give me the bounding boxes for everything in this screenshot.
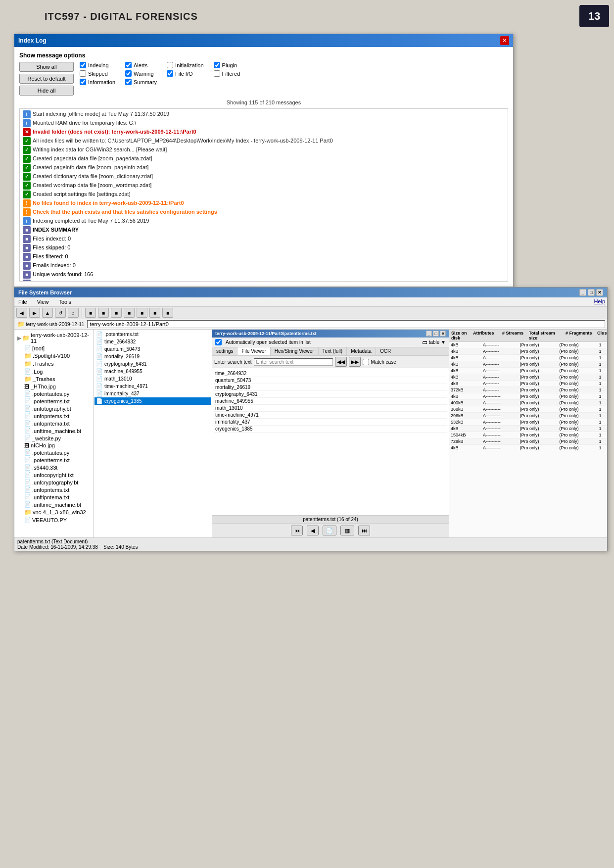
plugin-checkbox[interactable] <box>214 62 220 68</box>
warning-checkbox[interactable] <box>125 70 132 77</box>
list-item[interactable]: 📄 immortality_437 <box>94 390 211 397</box>
fs-tree-panel[interactable]: ▶ 📁 terry-work-usb-2009-12-11 📄 [root] 📁… <box>14 330 94 537</box>
list-item[interactable]: 📄 mortality_26619 <box>94 353 211 360</box>
fs-maximize-button[interactable]: □ <box>588 289 595 296</box>
cell-frags: 1 <box>597 406 607 413</box>
information-checkbox[interactable] <box>80 79 86 85</box>
list-item[interactable]: 📄 .potentterms.txt <box>94 331 211 338</box>
list-item[interactable]: 📄 quantum_50473 <box>94 345 211 353</box>
index-log-close-button[interactable]: ✕ <box>500 36 509 45</box>
tree-item[interactable]: 📁 _Trashes <box>23 375 91 383</box>
tree-item[interactable]: 🖼 nICHo.jpg <box>23 442 91 449</box>
tree-root[interactable]: ▶ 📁 terry-work-usb-2009-12-11 <box>16 332 91 344</box>
tree-item[interactable]: 📄 .unftime_machine.bt <box>23 427 91 434</box>
toolbar-btn-6[interactable]: ■ <box>149 308 160 318</box>
tree-file-icon: 📄 <box>24 390 31 397</box>
tree-item[interactable]: 📄 .unfcryptography.bt <box>23 479 91 486</box>
tree-item[interactable]: 📁 .Spotlight-V100 <box>23 352 91 360</box>
tab-metadata[interactable]: Metadata <box>347 347 376 355</box>
list-item[interactable]: 📄 math_13010 <box>94 375 211 383</box>
fs-close-button[interactable]: ✕ <box>596 289 603 296</box>
list-item[interactable]: 📄 cryptography_6431 <box>94 360 211 368</box>
tree-item[interactable]: 📁 vnc-4_1_3-x86_win32 <box>23 508 91 516</box>
nav-page-button[interactable]: 📄 <box>323 526 336 535</box>
skipped-checkbox[interactable] <box>80 70 86 77</box>
fs-minimize-button[interactable]: _ <box>579 289 586 296</box>
nav-grid-button[interactable]: ▦ <box>340 526 354 535</box>
tab-hex-viewer[interactable]: Hex/String Viewer <box>271 347 319 355</box>
tree-item[interactable]: 🖼 _HTho.jpg <box>23 383 91 390</box>
forward-button[interactable]: ▶ <box>29 308 40 318</box>
initialization-checkbox[interactable] <box>167 62 173 68</box>
refresh-button[interactable]: ↺ <box>55 308 66 318</box>
tree-item[interactable]: 📄 _website.py <box>23 434 91 442</box>
list-item[interactable]: 📄 machine_649955 <box>94 368 211 375</box>
tree-item[interactable]: 📄 .unfocopyright.txt <box>23 471 91 479</box>
toolbar-btn-3[interactable]: ■ <box>111 308 122 318</box>
tree-item[interactable]: 📄 .potentterms.txt <box>23 456 91 464</box>
tree-item[interactable]: 📄 [root] <box>23 344 91 352</box>
fs-menu-view[interactable]: View <box>35 298 51 305</box>
tab-ocr[interactable]: OCR <box>376 347 395 355</box>
summary-checkbox[interactable] <box>125 79 132 85</box>
tree-item-label: .unfcryptography.bt <box>32 480 78 485</box>
fs-file-list[interactable]: 📄 .potentterms.txt 📄 time_2664932 📄 quan… <box>94 330 212 537</box>
cell-attrs: A---------- <box>481 426 519 432</box>
fileio-checkbox[interactable] <box>167 70 173 77</box>
viewer-minimize-button[interactable]: _ <box>426 331 432 337</box>
home-button[interactable]: ⌂ <box>68 308 79 318</box>
log-area[interactable]: i Start indexing [offline mode] at Tue M… <box>19 108 508 282</box>
tree-item[interactable]: 📄 .unftime_machine.bt <box>23 501 91 508</box>
indexing-checkbox[interactable] <box>80 62 86 68</box>
tree-item[interactable]: 📁 .Trashes <box>23 360 91 368</box>
viewer-maximize-button[interactable]: □ <box>433 331 439 337</box>
list-item-selected[interactable]: 📄 cryogenics_1385 <box>94 397 211 405</box>
alerts-checkbox[interactable] <box>125 62 132 68</box>
up-button[interactable]: ▲ <box>42 308 53 318</box>
cell-pro-only: (Pro only) <box>518 419 558 426</box>
filtered-checkbox[interactable] <box>214 70 220 77</box>
nav-prev-button[interactable]: ◀ <box>307 526 319 535</box>
list-item[interactable]: 📄 time-machine_4971 <box>94 383 211 390</box>
viewer-content[interactable]: time_2664932 quantum_50473 mortality_266… <box>212 368 449 515</box>
search-prev-button[interactable]: ◀◀ <box>335 357 347 367</box>
fs-address-input[interactable] <box>87 320 605 328</box>
tab-settings[interactable]: settings <box>212 347 237 355</box>
tree-root-item[interactable]: 📁 terry-work-usb-2009-12-11 <box>16 320 85 328</box>
fs-menu-tools[interactable]: Tools <box>56 298 73 305</box>
reset-to-default-button[interactable]: Reset to default <box>19 74 74 84</box>
viewer-search-input[interactable] <box>254 358 333 366</box>
viewer-close-button[interactable]: ✕ <box>440 331 446 337</box>
toolbar-btn-2[interactable]: ■ <box>98 308 109 318</box>
toolbar-btn-4[interactable]: ■ <box>124 308 135 318</box>
match-case-checkbox[interactable] <box>363 359 369 365</box>
tab-file-viewer[interactable]: File Viewer <box>237 347 270 355</box>
toolbar-btn-5[interactable]: ■ <box>137 308 147 318</box>
show-all-button[interactable]: Show all <box>19 62 74 72</box>
search-next-button[interactable]: ▶▶ <box>349 357 361 367</box>
tab-text-full[interactable]: Text (full) <box>319 347 347 355</box>
list-item[interactable]: 📄 time_2664932 <box>94 338 211 345</box>
nav-last-button[interactable]: ⏭ <box>358 526 370 535</box>
file-icon: 📄 <box>96 368 103 375</box>
hide-all-button[interactable]: Hide all <box>19 86 74 96</box>
tree-item[interactable]: 📄 .potentautos.py <box>23 449 91 456</box>
toolbar-btn-7[interactable]: ■ <box>162 308 173 318</box>
tree-item[interactable]: 📄 .s6440.33t <box>23 464 91 471</box>
info-icon: i <box>23 110 31 118</box>
tree-item[interactable]: 📄 .unfopntema.txt <box>23 420 91 427</box>
back-button[interactable]: ◀ <box>16 308 27 318</box>
tree-item[interactable]: 📄 .Log <box>23 368 91 375</box>
fs-help-link[interactable]: Help <box>594 298 605 305</box>
nav-first-button[interactable]: ⏮ <box>291 526 303 535</box>
tree-item[interactable]: 📄 .unftipntema.txt <box>23 493 91 501</box>
tree-item[interactable]: 📄 .potentautos.py <box>23 390 91 397</box>
toolbar-btn-1[interactable]: ■ <box>85 308 96 318</box>
tree-item[interactable]: 📄 .potentterms.txt <box>23 397 91 405</box>
auto-select-checkbox[interactable] <box>215 339 222 345</box>
tree-item[interactable]: 📄 .unfotography.bt <box>23 405 91 412</box>
tree-item[interactable]: 📄 .unfopntems.txt <box>23 486 91 493</box>
fs-menu-file[interactable]: File <box>16 298 29 305</box>
tree-item[interactable]: 📄 VEEAUTO.PY <box>23 516 91 524</box>
tree-item[interactable]: 📄 .unfopntems.txt <box>23 412 91 420</box>
